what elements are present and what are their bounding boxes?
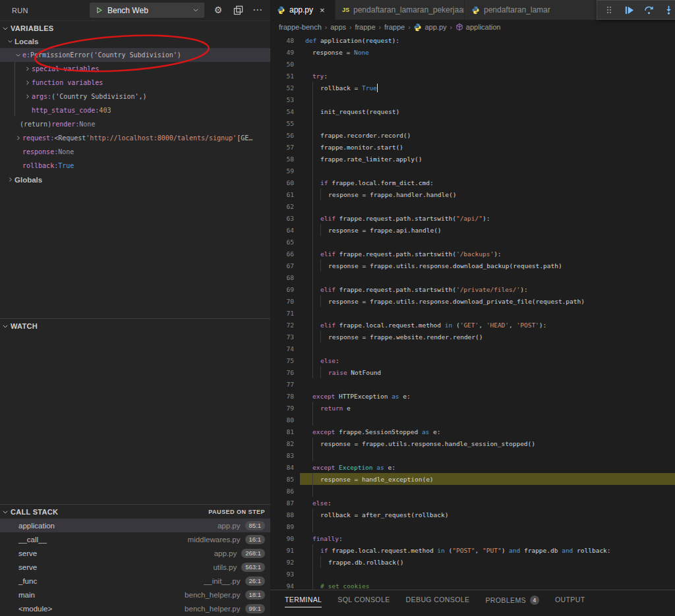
code-line-51[interactable]: 51try: [270, 70, 675, 82]
line-number[interactable]: 53 [270, 96, 300, 103]
call-stack-section-header[interactable]: CALL STACK PAUSED ON STEP [0, 504, 270, 518]
code-line-85[interactable]: 85response = handle_exception(e) [270, 473, 675, 485]
variables-scope-row[interactable]: Locals [0, 34, 270, 48]
breadcrumb-item-application[interactable]: application [455, 23, 501, 31]
code-line-82[interactable]: 82response = frappe.utils.response.handl… [270, 437, 675, 449]
code-line-94[interactable]: 94# set cookies [270, 580, 675, 590]
step-into-icon[interactable] [664, 5, 674, 15]
line-number[interactable]: 90 [270, 535, 300, 542]
line-number[interactable]: 89 [270, 523, 300, 530]
line-number[interactable]: 92 [270, 559, 300, 566]
code-line-67[interactable]: 67response = frappe.utils.response.downl… [270, 260, 675, 271]
code-line-49[interactable]: 49response = None [270, 46, 675, 58]
line-number[interactable]: 61 [270, 191, 300, 198]
variable-row[interactable]: rollback: True [0, 159, 270, 173]
continue-icon[interactable] [624, 5, 634, 15]
line-number[interactable]: 81 [270, 428, 300, 435]
step-over-icon[interactable] [644, 5, 654, 15]
panel-tab-problems[interactable]: PROBLEMS4 [485, 590, 539, 609]
code-line-68[interactable]: 68 [270, 271, 675, 283]
code-line-74[interactable]: 74 [270, 343, 675, 354]
variable-row[interactable]: response: None [0, 145, 270, 159]
code-line-62[interactable]: 62 [270, 200, 675, 212]
line-number[interactable]: 64 [270, 227, 300, 234]
code-line-48[interactable]: 48def application(request): [270, 34, 675, 46]
line-number[interactable]: 76 [270, 369, 300, 376]
code-line-59[interactable]: 59 [270, 165, 675, 177]
code-line-92[interactable]: 92frappe.db.rollback() [270, 556, 675, 568]
stack-frame-__call__[interactable]: __call__middlewares.py16:1 [0, 532, 270, 546]
code-line-76[interactable]: 76raise NotFound [270, 366, 675, 378]
code-line-58[interactable]: 58frappe.rate_limiter.apply() [270, 153, 675, 165]
gear-icon[interactable]: ⚙ [211, 3, 225, 17]
breadcrumb-item-frappe[interactable]: frappe [384, 23, 405, 31]
line-number[interactable]: 52 [270, 84, 300, 92]
breadcrumb-item-app.py[interactable]: app.py [413, 23, 446, 32]
line-number[interactable]: 69 [270, 286, 300, 293]
code-line-87[interactable]: 87else: [270, 497, 675, 509]
code-line-93[interactable]: 93 [270, 568, 675, 580]
panel-tab-output[interactable]: OUTPUT [555, 590, 585, 607]
code-line-65[interactable]: 65 [270, 236, 675, 248]
code-line-60[interactable]: 60if frappe.local.form_dict.cmd: [270, 177, 675, 188]
code-line-53[interactable]: 53 [270, 94, 675, 105]
stack-frame-main[interactable]: mainbench_helper.py18:1 [0, 588, 270, 602]
line-number[interactable]: 63 [270, 215, 300, 222]
line-number[interactable]: 49 [270, 49, 300, 56]
line-number[interactable]: 67 [270, 262, 300, 269]
stack-frame-serve[interactable]: serveapp.py268:1 [0, 546, 270, 560]
code-line-57[interactable]: 57frappe.monitor.start() [270, 141, 675, 153]
line-number[interactable]: 55 [270, 120, 300, 127]
line-number[interactable]: 94 [270, 582, 300, 590]
line-number[interactable]: 65 [270, 238, 300, 246]
line-number[interactable]: 84 [270, 464, 300, 471]
line-number[interactable]: 80 [270, 416, 300, 424]
line-number[interactable]: 78 [270, 393, 300, 400]
line-number[interactable]: 73 [270, 333, 300, 341]
panel-tab-sql-console[interactable]: SQL CONSOLE [338, 590, 390, 607]
code-line-81[interactable]: 81except frappe.SessionStopped as e: [270, 426, 675, 437]
line-number[interactable]: 74 [270, 345, 300, 352]
editor-tab-pendaftaran_lamar[interactable]: pendaftaran_lamar [465, 0, 610, 20]
stack-frame-serve[interactable]: serveutils.py563:1 [0, 560, 270, 574]
code-line-73[interactable]: 73response = frappe.website.render.rende… [270, 331, 675, 343]
line-number[interactable]: 58 [270, 155, 300, 163]
code-editor[interactable]: 48def application(request):49response = … [270, 34, 675, 590]
breadcrumb-item-frappe-bench[interactable]: frappe-bench [279, 23, 322, 31]
run-play-icon[interactable] [95, 3, 103, 18]
editor-tab-pendaftaran_lamaran_pekerjaan.js[interactable]: JSpendaftaran_lamaran_pekerjaan.js [336, 0, 465, 20]
editor-tab-app.py[interactable]: app.py× [270, 0, 336, 20]
code-line-56[interactable]: 56frappe.recorder.record() [270, 129, 675, 141]
line-number[interactable]: 71 [270, 310, 300, 317]
stack-frame-_func[interactable]: _func__init__.py26:1 [0, 574, 270, 588]
code-line-80[interactable]: 80 [270, 414, 675, 426]
line-number[interactable]: 79 [270, 405, 300, 412]
line-number[interactable]: 87 [270, 499, 300, 507]
breadcrumb-item-apps[interactable]: apps [330, 23, 346, 31]
code-line-88[interactable]: 88rollback = after_request(rollback) [270, 509, 675, 520]
line-number[interactable]: 54 [270, 108, 300, 115]
panel-tab-debug-console[interactable]: DEBUG CONSOLE [406, 590, 470, 607]
code-line-50[interactable]: 50 [270, 58, 675, 70]
line-number[interactable]: 66 [270, 250, 300, 258]
line-number[interactable]: 75 [270, 357, 300, 364]
code-line-52[interactable]: 52rollback = True [270, 82, 675, 94]
variable-row[interactable]: e: PermissionError('Country Subdivision'… [0, 48, 270, 62]
code-line-77[interactable]: 77 [270, 378, 675, 390]
code-line-64[interactable]: 64response = frappe.api.handle() [270, 224, 675, 236]
code-line-78[interactable]: 78except HTTPException as e: [270, 390, 675, 402]
line-number[interactable]: 93 [270, 571, 300, 578]
close-icon[interactable]: × [320, 5, 325, 15]
stack-frame-application[interactable]: applicationapp.py85:1 [0, 518, 270, 532]
breadcrumb[interactable]: frappe-bench›apps›frappe›frappe›app.py›a… [270, 20, 675, 34]
code-line-70[interactable]: 70response = frappe.utils.response.downl… [270, 295, 675, 307]
code-line-89[interactable]: 89 [270, 520, 675, 532]
code-line-91[interactable]: 91if frappe.local.request.method in ("PO… [270, 544, 675, 556]
line-number[interactable]: 68 [270, 274, 300, 281]
line-number[interactable]: 77 [270, 381, 300, 388]
watch-section-header[interactable]: WATCH [0, 318, 270, 333]
code-line-71[interactable]: 71 [270, 307, 675, 319]
line-number[interactable]: 88 [270, 511, 300, 518]
line-number[interactable]: 70 [270, 298, 300, 305]
code-line-79[interactable]: 79return e [270, 402, 675, 414]
